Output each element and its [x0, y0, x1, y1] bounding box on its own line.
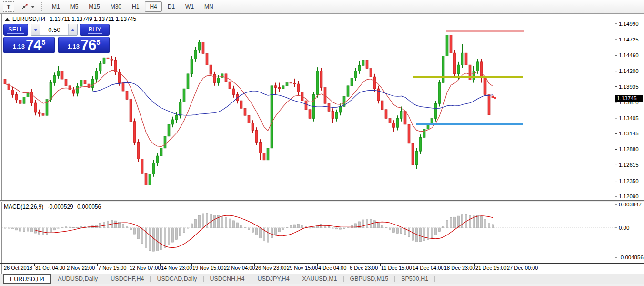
svg-text:29 Nov 15:00: 29 Nov 15:00 [287, 265, 318, 271]
sell-button-label: SELL [7, 26, 24, 34]
svg-text:4 Dec 04:00: 4 Dec 04:00 [318, 265, 346, 271]
sell-price-button[interactable]: 1.13 74 5 [3, 37, 55, 53]
chart-tab-sp500-h1[interactable]: SP500,H1 [395, 274, 434, 284]
svg-text:22 Nov 04:00: 22 Nov 04:00 [224, 265, 255, 271]
svg-text:26 Nov 23:00: 26 Nov 23:00 [255, 265, 286, 271]
svg-text:1.12350: 1.12350 [619, 178, 639, 184]
svg-text:1.14990: 1.14990 [619, 21, 639, 27]
last-price-marker [494, 97, 496, 99]
chart-ohlc-values: 1.13711 1.13749 1.13711 1.13745 [50, 16, 136, 22]
sell-price-sup: 5 [42, 39, 46, 46]
chart-tab-gbpusd-m15[interactable]: GBPUSD,M15 [344, 274, 395, 284]
buy-price-big: 76 [80, 38, 96, 52]
macd-indicator-label: MACD(12,26,9) -0.000529 0.000056 [4, 204, 103, 210]
volume-stepper: 0.50 [31, 24, 78, 36]
chart-tab-audusd-daily[interactable]: AUDUSD,Daily [51, 274, 104, 284]
macd-signal-value: 0.000056 [77, 204, 101, 210]
svg-text:1.14200: 1.14200 [619, 68, 639, 74]
svg-text:26 Oct 2018: 26 Oct 2018 [4, 265, 32, 271]
svg-text:-0.004856: -0.004856 [619, 255, 644, 260]
buy-button[interactable]: BUY [80, 24, 110, 36]
buy-price-prefix: 1.13 [68, 41, 80, 52]
svg-text:7 Nov 15:00: 7 Nov 15:00 [98, 265, 126, 271]
svg-text:27 Dec 00:00: 27 Dec 00:00 [507, 265, 538, 271]
current-price-badge: 1.13745 [615, 95, 643, 102]
buy-price-button[interactable]: 1.13 76 5 [58, 37, 110, 53]
svg-text:0.00: 0.00 [619, 225, 629, 231]
svg-text:19 Nov 15:00: 19 Nov 15:00 [192, 265, 223, 271]
chart-tab-bar: EURUSD,H4AUDUSD,DailyUSDCHF,H4USDCAD,Dai… [0, 274, 644, 284]
svg-text:1.13145: 1.13145 [619, 131, 639, 136]
chart-title: EURUSD,H4 1.13711 1.13749 1.13711 1.1374… [5, 16, 136, 22]
svg-text:1.12880: 1.12880 [619, 146, 639, 152]
svg-text:18 Dec 23:00: 18 Dec 23:00 [444, 265, 475, 271]
svg-text:1.12615: 1.12615 [619, 162, 639, 168]
chart-symbol-period: EURUSD,H4 [12, 16, 45, 22]
svg-text:1.12090: 1.12090 [619, 194, 639, 199]
tab-separator [434, 276, 435, 282]
svg-text:1.13935: 1.13935 [619, 84, 639, 90]
buy-button-label: BUY [88, 26, 102, 34]
svg-text:0.003847: 0.003847 [619, 202, 642, 207]
macd-main-value: -0.000529 [48, 204, 73, 210]
volume-input[interactable]: 0.50 [40, 24, 68, 35]
chart-tab-usdcad-daily[interactable]: USDCAD,Daily [151, 274, 203, 284]
svg-text:12 Nov 07:00: 12 Nov 07:00 [130, 265, 161, 271]
chart-tab-eurusd-h4[interactable]: EURUSD,H4 [3, 274, 51, 284]
volume-decrease-button[interactable] [31, 24, 40, 35]
svg-text:1.14460: 1.14460 [619, 52, 639, 58]
svg-text:2 Nov 22:00: 2 Nov 22:00 [67, 265, 95, 271]
buy-price-sup: 5 [97, 39, 101, 46]
chart-tab-usdchf-h4[interactable]: USDCHF,H4 [104, 274, 150, 284]
status-bar [0, 284, 644, 286]
svg-text:1.14725: 1.14725 [619, 37, 639, 42]
sell-price-big: 74 [26, 38, 41, 52]
svg-text:14 Dec 04:00: 14 Dec 04:00 [413, 265, 443, 271]
svg-text:6 Dec 23:00: 6 Dec 23:00 [350, 265, 378, 271]
svg-text:21 Dec 15:00: 21 Dec 15:00 [475, 265, 506, 271]
macd-name: MACD(12,26,9) [4, 204, 43, 210]
chart-tab-usdjpy-h4[interactable]: USDJPY,H4 [251, 274, 295, 284]
chart-collapse-icon[interactable] [5, 18, 10, 21]
mt4-window: T M1M5M15M30H1H4D1W1MN 1.149901.147251.1… [0, 0, 644, 286]
chart-tab-usdcnh-h4[interactable]: USDCNH,H4 [204, 274, 251, 284]
svg-text:1.13405: 1.13405 [619, 115, 639, 121]
triangle-up-icon [71, 29, 75, 31]
time-axis: 26 Oct 201831 Oct 04:002 Nov 22:007 Nov … [3, 264, 538, 271]
triangle-down-icon [34, 29, 38, 31]
svg-text:11 Dec 15:00: 11 Dec 15:00 [381, 265, 412, 271]
volume-increase-button[interactable] [68, 24, 77, 35]
one-click-trading-panel: SELL 0.50 BUY 1.13 74 5 1.13 [3, 24, 110, 53]
sell-price-prefix: 1.13 [13, 41, 25, 52]
svg-text:31 Oct 04:00: 31 Oct 04:00 [35, 265, 65, 271]
sell-button[interactable]: SELL [3, 24, 28, 36]
svg-text:14 Nov 23:00: 14 Nov 23:00 [161, 265, 192, 271]
chart-tab-xauusd-m1[interactable]: XAUUSD,M1 [296, 274, 343, 284]
